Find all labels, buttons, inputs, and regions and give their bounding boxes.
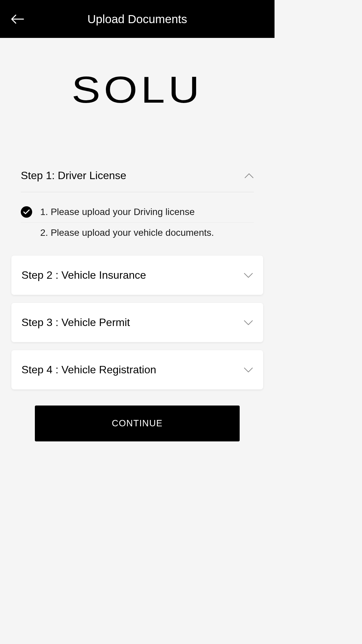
step-3-title: Step 3 : Vehicle Permit: [21, 316, 130, 329]
page-title: Upload Documents: [0, 12, 275, 26]
step-2-title: Step 2 : Vehicle Insurance: [21, 269, 146, 281]
logo-section: SOLU: [0, 38, 275, 163]
check-circle-icon: [21, 206, 32, 218]
steps-container: Step 1: Driver License 1. Please upload …: [0, 163, 275, 441]
step-1-section: Step 1: Driver License 1. Please upload …: [11, 163, 263, 243]
step-4-card[interactable]: Step 4 : Vehicle Registration: [11, 350, 263, 389]
chevron-up-icon: [244, 171, 254, 180]
header: Upload Documents: [0, 0, 275, 38]
step-1-header[interactable]: Step 1: Driver License: [21, 163, 254, 192]
step-1-item-2-text: 2. Please upload your vehicle documents.: [40, 227, 214, 238]
step-4-title: Step 4 : Vehicle Registration: [21, 364, 156, 376]
step-1-title: Step 1: Driver License: [21, 169, 126, 182]
step-1-item-2[interactable]: 2. Please upload your vehicle documents.: [21, 223, 254, 243]
back-button[interactable]: [10, 12, 25, 26]
chevron-down-icon: [244, 365, 253, 375]
arrow-left-icon: [11, 14, 24, 24]
brand-logo: SOLU: [72, 68, 203, 111]
chevron-down-icon: [244, 318, 253, 327]
step-1-item-1-text: 1. Please upload your Driving license: [40, 207, 195, 217]
continue-button[interactable]: CONTINUE: [35, 406, 240, 441]
step-1-item-1[interactable]: 1. Please upload your Driving license: [21, 202, 254, 223]
step-3-card[interactable]: Step 3 : Vehicle Permit: [11, 303, 263, 342]
step-1-items: 1. Please upload your Driving license 2.…: [21, 192, 254, 243]
step-2-card[interactable]: Step 2 : Vehicle Insurance: [11, 256, 263, 295]
chevron-down-icon: [244, 271, 253, 280]
